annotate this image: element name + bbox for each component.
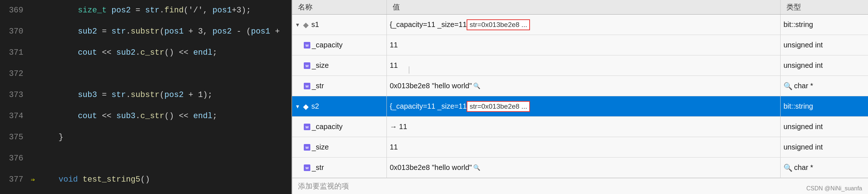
debug-row-s2-capacity[interactable]: w _capacity→ 11unsigned int: [292, 117, 868, 137]
code-token: pos2: [111, 6, 131, 15]
code-token: test_string5: [83, 175, 140, 184]
code-token: sub3: [78, 90, 97, 100]
debug-row-value: 11: [387, 55, 781, 75]
code-token: ('/',: [184, 6, 212, 15]
type-text: char *: [794, 163, 813, 172]
type-text: bit::string: [783, 20, 813, 29]
line-number: 372: [0, 63, 29, 85]
debug-row-s2-size[interactable]: w _size11unsigned int: [292, 137, 868, 158]
header-value: 值: [387, 0, 781, 14]
header-type-label: 类型: [786, 2, 801, 12]
code-line-376: 376: [0, 148, 291, 169]
var-name-text: _capacity: [312, 123, 343, 131]
debug-row-s2-row[interactable]: ▼◆s2{_capacity=11 _size=11 str=0x013be2e…: [292, 96, 868, 117]
code-token: .: [135, 112, 140, 121]
var-name-text: _capacity: [312, 41, 343, 49]
code-line-373: 373 sub3 = str.substr(pos2 + 1);: [0, 85, 291, 106]
debug-row-s1-size[interactable]: w _size11unsigned int: [292, 55, 868, 76]
var-icon: w: [304, 62, 310, 69]
var-icon: w: [304, 144, 310, 151]
var-icon: w: [304, 124, 310, 130]
debug-row-value: 0x013be2e8 "hello world"🔍: [387, 76, 781, 96]
code-panel: 369 size_t pos2 = str.find('/', pos1+3);…: [0, 0, 291, 194]
code-token: +: [270, 27, 280, 36]
arrow-icon: ⇒: [31, 169, 35, 190]
code-line-370: 370 sub2 = str.substr(pos1 + 3, pos2 - (…: [0, 21, 291, 42]
var-name-text: _size: [312, 143, 329, 151]
line-number: 370: [0, 21, 29, 42]
code-token: cout: [78, 112, 97, 121]
debug-row-value: {_capacity=11 _size=11 str=0x013be2e8 ..…: [387, 96, 781, 116]
code-content: size_t pos2 = str.find('/', pos1+3);: [36, 0, 251, 21]
code-token: =: [131, 6, 145, 15]
code-token: cout: [78, 48, 97, 57]
code-token: void: [59, 175, 83, 184]
debug-row-name: w _size: [292, 137, 387, 157]
add-watch-label: 添加要监视的项: [298, 181, 349, 191]
code-line-378: 378 {: [0, 190, 291, 194]
expand-arrow-icon[interactable]: ▼: [295, 104, 300, 109]
debug-row-name: ▼◆s2: [292, 96, 387, 116]
debug-row-s1-row[interactable]: ▼◆s1{_capacity=11 _size=11 str=0x013be2e…: [292, 15, 868, 35]
var-icon: w: [304, 42, 310, 48]
debug-row-name: w _size: [292, 55, 387, 75]
type-magnify-icon[interactable]: 🔍: [783, 82, 793, 90]
line-number: 369: [0, 0, 29, 21]
add-watch[interactable]: 添加要监视的项: [292, 178, 868, 194]
var-name-text: _size: [312, 61, 329, 70]
header-name: 名称: [292, 0, 387, 14]
debug-row-name: w _str: [292, 76, 387, 96]
value-boxed: str=0x013be2e8 ...: [467, 101, 530, 112]
value-prefix: {_capacity=11 _size=11: [390, 102, 467, 110]
code-content: {: [36, 190, 63, 194]
code-token: substr: [131, 90, 160, 100]
code-token: =: [97, 90, 111, 100]
debug-row-value: 11: [387, 35, 781, 55]
code-token: () <<: [164, 48, 193, 57]
value-prefix: 0x013be2e8 "hello world": [390, 82, 472, 90]
code-token: find: [164, 6, 184, 15]
debug-row-s1-capacity[interactable]: w _capacity11unsigned int: [292, 35, 868, 55]
code-token: c_str: [140, 112, 164, 121]
magnify-icon[interactable]: 🔍: [473, 164, 480, 171]
debug-row-type: 🔍char *: [781, 76, 868, 96]
line-number: 373: [0, 85, 29, 106]
code-token: .: [126, 90, 131, 100]
var-name-text: s2: [311, 102, 319, 110]
expand-arrow-icon[interactable]: ▼: [295, 22, 300, 28]
debug-row-s1-str[interactable]: w _str0x013be2e8 "hello world"🔍🔍char *: [292, 76, 868, 96]
debug-row-type: bit::string: [781, 15, 868, 35]
magnify-icon[interactable]: 🔍: [473, 82, 480, 89]
value-prefix: 0x013be2e8 "hello world": [390, 163, 472, 172]
code-token: + 3,: [184, 27, 212, 36]
debug-table-header: 名称 值 类型: [292, 0, 868, 15]
line-indicator: ⇒: [29, 169, 36, 190]
type-text: unsigned int: [783, 41, 823, 49]
code-token: }: [59, 133, 63, 142]
value-prefix: {_capacity=11 _size=11: [390, 20, 467, 29]
code-line-371: 371 cout << sub2.c_str() << endl;: [0, 42, 291, 63]
header-type: 类型: [781, 0, 868, 14]
type-magnify-icon[interactable]: 🔍: [783, 163, 793, 172]
code-content: sub2 = str.substr(pos1 + 3, pos2 - (pos1…: [36, 21, 280, 42]
line-number: 378: [0, 190, 29, 194]
code-token: (): [140, 175, 150, 184]
var-name-text: _str: [312, 163, 324, 172]
var-name-text: s1: [311, 20, 319, 29]
mouse-cursor-indicator: [409, 66, 413, 74]
code-token: + 1);: [184, 90, 212, 100]
debug-panel: 名称 值 类型 ▼◆s1{_capacity=11 _size=11 str=0…: [291, 0, 868, 194]
debug-row-type: unsigned int: [781, 137, 868, 157]
header-name-label: 名称: [298, 2, 313, 12]
code-token: .: [160, 6, 164, 15]
code-token: =: [97, 27, 111, 36]
debug-rows: ▼◆s1{_capacity=11 _size=11 str=0x013be2e…: [292, 15, 868, 178]
code-token: sub2: [116, 48, 135, 57]
code-token: .: [135, 48, 140, 57]
line-number: 375: [0, 127, 29, 148]
value-prefix: → 11: [390, 123, 407, 131]
debug-row-s2-str[interactable]: w _str0x013be2e8 "hello world"🔍🔍char *: [292, 158, 868, 178]
code-token: str: [111, 27, 126, 36]
code-token: c_str: [140, 48, 164, 57]
code-token: - (: [232, 27, 251, 36]
